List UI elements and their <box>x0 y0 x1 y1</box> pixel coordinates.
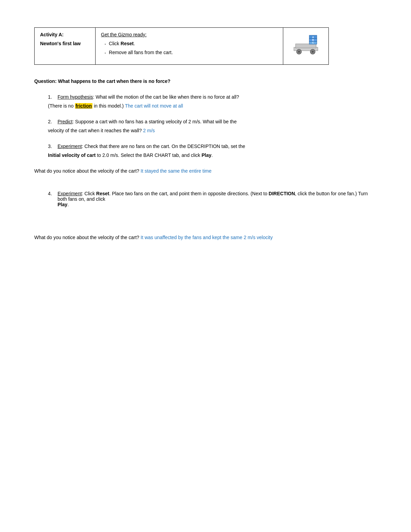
item-3-text: Experiment: Check that there are no fans… <box>58 144 245 149</box>
numbered-item-2: 2. Predict: Suppose a cart with no fans … <box>34 119 377 124</box>
item-1-answer-line: (There is no friction in this model.) Th… <box>34 103 377 109</box>
svg-point-11 <box>312 51 314 53</box>
what-notice-1-text: What do you notice about the velocity of… <box>34 168 377 174</box>
what-notice-2-answer: It was unaffected by the fans and kept t… <box>141 235 273 240</box>
item-3-label: Experiment <box>58 144 82 149</box>
activity-table: Activity A: Newton's first law Get the G… <box>34 27 329 65</box>
item-3-text3: . <box>211 152 213 158</box>
instruction-item-1: Click Reset. <box>104 41 277 47</box>
item-4-text4: . <box>67 202 69 207</box>
item-2-number: 2. <box>48 119 55 124</box>
item-2-answer-line: velocity of the cart when it reaches the… <box>34 128 377 133</box>
section-2: 2. Predict: Suppose a cart with no fans … <box>34 119 377 133</box>
svg-point-10 <box>298 51 300 53</box>
what-notice-1-answer: It stayed the same the entire time <box>141 168 212 174</box>
item-1-text: Form hypothesis: What will the motion of… <box>58 94 239 100</box>
item-3-number: 3. <box>48 144 55 149</box>
item-4-number: 4. <box>48 191 55 207</box>
item-2-body: : Suppose a cart with no fans has a star… <box>73 119 237 124</box>
instruction-text-2: Remove all fans from the cart. <box>109 50 173 55</box>
item-2-text: Predict: Suppose a cart with no fans has… <box>58 119 237 124</box>
svg-text:C: C <box>312 41 314 44</box>
get-ready-title: Get the Gizmo ready: <box>101 32 277 37</box>
item-3-bold1: Initial velocity of cart <box>48 152 96 158</box>
numbered-item-4: 4. Experiment: Click Reset. Place two fa… <box>34 191 377 207</box>
what-notice-2-prefix: What do you notice about the velocity of… <box>34 235 141 240</box>
item-2-label: Predict <box>58 119 73 124</box>
item-1-sub-prefix: (There is no <box>48 103 75 109</box>
section-1: 1. Form hypothesis: What will the motion… <box>34 94 377 109</box>
svg-rect-1 <box>296 44 316 48</box>
instruction-list: Click Reset. Remove all fans from the ca… <box>101 41 277 56</box>
item-4-text2: . Place two fans on the cart, and point … <box>109 191 269 196</box>
newton-label: Newton's first law <box>40 41 90 46</box>
what-notice-section-1: What do you notice about the velocity of… <box>34 168 377 174</box>
item-4-bold2: DIRECTION <box>269 191 295 196</box>
numbered-item-3: 3. Experiment: Check that there are no f… <box>34 144 377 149</box>
instruction-item-2: Remove all fans from the cart. <box>104 50 277 56</box>
activity-label: Activity A: <box>40 32 90 37</box>
gizmo-image: A B C <box>289 32 323 59</box>
item-3-bold2: Play <box>201 152 211 158</box>
item-2-answer: 2 m/s <box>143 128 155 133</box>
what-notice-1-prefix: What do you notice about the velocity of… <box>34 168 141 174</box>
question-header: Question: What happens to the cart when … <box>34 78 377 84</box>
svg-text:A: A <box>312 36 314 38</box>
item-4-label: Experiment <box>58 191 82 196</box>
item-2-text2: velocity of the cart when it reaches the… <box>48 128 142 133</box>
instruction-text-1: Click Reset. <box>109 41 135 46</box>
item-3-line2: Initial velocity of cart to 2.0 m/s. Sel… <box>34 152 377 158</box>
item-3-text2: to 2.0 m/s. Select the BAR CHART tab, an… <box>96 152 201 158</box>
item-1-sub-suffix: in this model.) <box>92 103 125 109</box>
numbered-item-1: 1. Form hypothesis: What will the motion… <box>34 94 377 100</box>
item-3-body: : Check that there are no fans on the ca… <box>82 144 245 149</box>
item-1-number: 1. <box>48 94 55 100</box>
svg-text:B: B <box>312 39 314 41</box>
item-1-label: Form hypothesis <box>58 94 93 100</box>
section-4: 4. Experiment: Click Reset. Place two fa… <box>34 191 377 207</box>
item-4-bold1: Reset <box>96 191 109 196</box>
item-4-bold3: Play <box>58 202 67 207</box>
item-4-text1: : Click <box>82 191 96 196</box>
item-1-body: : What will the motion of the cart be li… <box>93 94 239 100</box>
item-4-text: Experiment: Click Reset. Place two fans … <box>58 191 377 207</box>
item-1-answer: The cart will not move at all <box>125 103 183 109</box>
what-notice-section-2: What do you notice about the velocity of… <box>34 235 377 240</box>
friction-word: friction <box>75 103 92 109</box>
section-3: 3. Experiment: Check that there are no f… <box>34 144 377 158</box>
what-notice-2-text: What do you notice about the velocity of… <box>34 235 377 240</box>
